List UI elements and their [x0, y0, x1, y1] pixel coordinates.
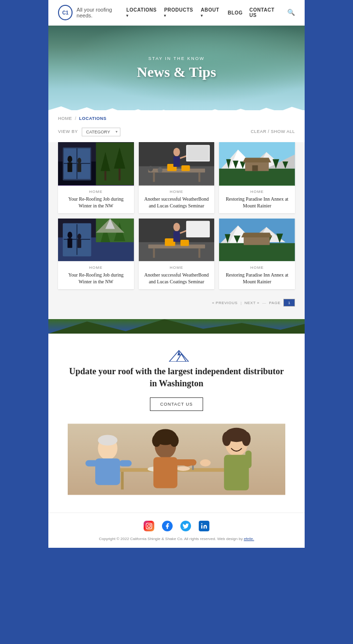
blog-card-3-body: HOME Restoring Paradise Inn Annex at Mou… [219, 186, 295, 213]
svg-point-57 [77, 234, 81, 239]
nav-locations[interactable]: LOCATIONS [126, 7, 157, 18]
svg-point-109 [242, 432, 250, 446]
hero-subtitle: STAY IN THE KNOW [148, 56, 205, 61]
svg-rect-67 [173, 231, 180, 242]
blog-card-6-body: HOME Restoring Paradise Inn Annex at Mou… [219, 262, 295, 289]
svg-marker-43 [243, 158, 271, 162]
svg-rect-26 [187, 146, 209, 161]
blog-card-6-category: HOME [223, 265, 291, 270]
blog-card-5-title: Another successful WeatherBond and Lucas… [143, 272, 211, 285]
pagination-page-sep: — [262, 301, 266, 305]
blog-card-6-image [219, 218, 295, 262]
logo-tagline: All your roofing needs. [76, 7, 126, 18]
twitter-icon[interactable] [180, 521, 191, 531]
cta-mountain-icon [167, 348, 186, 360]
nav-products[interactable]: PRODUCTS [164, 7, 194, 18]
svg-point-92 [176, 467, 190, 471]
svg-point-55 [68, 232, 73, 238]
breadcrumb-separator: / [75, 116, 76, 121]
blog-card-6[interactable]: HOME Restoring Paradise Inn Annex at Mou… [219, 218, 295, 289]
blog-card-4-body: HOME Your Re-Roofing Job during Winter i… [58, 262, 134, 289]
svg-rect-10 [96, 143, 133, 185]
main-nav: LOCATIONS PRODUCTS ABOUT BLOG CONTACT US… [126, 7, 295, 18]
site-footer: Copyright © 2022 California Shingle & Sh… [48, 512, 305, 548]
next-page-link[interactable]: NEXT » [244, 301, 259, 305]
nav-about[interactable]: ABOUT [201, 7, 221, 18]
site-header: C1 All your roofing needs. LOCATIONS PRO… [48, 0, 305, 26]
filter-select-wrapper[interactable]: CATEGORY HOME TIPS [82, 127, 120, 136]
svg-point-8 [77, 158, 81, 163]
nav-contact[interactable]: CONTACT US [250, 7, 280, 18]
clear-filter-button[interactable]: CLEAR / SHOW ALL [250, 129, 295, 134]
search-icon[interactable]: 🔍 [287, 9, 295, 16]
svg-rect-104 [153, 457, 177, 488]
svg-point-113 [200, 459, 211, 467]
svg-point-103 [170, 435, 178, 447]
prev-page-link[interactable]: « PREVIOUS [212, 301, 237, 305]
svg-rect-56 [68, 238, 73, 248]
pagination: « PREVIOUS | NEXT » — PAGE [58, 294, 295, 309]
blog-card-4[interactable]: HOME Your Re-Roofing Job during Winter i… [58, 218, 134, 289]
svg-rect-99 [119, 460, 132, 467]
filter-area: VIEW BY CATEGORY HOME TIPS CLEAR / SHOW … [48, 124, 305, 142]
svg-rect-75 [219, 243, 295, 261]
svg-rect-44 [252, 165, 258, 171]
footer-designer-link[interactable]: efelle. [244, 537, 254, 541]
blog-card-1-image [58, 142, 134, 186]
svg-rect-62 [153, 249, 155, 258]
transition-area [48, 319, 305, 334]
blog-grid-row2: HOME Your Re-Roofing Job during Winter i… [58, 218, 295, 289]
blog-card-2[interactable]: HOME Another successful WeatherBond and … [139, 142, 215, 213]
blog-card-2-title: Another successful WeatherBond and Lucas… [143, 196, 211, 209]
hero-title: News & Tips [137, 64, 216, 80]
breadcrumb-current[interactable]: LOCATIONS [79, 116, 107, 121]
facebook-icon[interactable] [162, 521, 173, 531]
page-number-input[interactable] [283, 299, 295, 307]
svg-rect-7 [68, 162, 73, 172]
page-label: PAGE [269, 301, 280, 305]
svg-rect-13 [104, 171, 106, 181]
blog-card-2-body: HOME Another successful WeatherBond and … [139, 186, 215, 213]
cta-people-image [68, 421, 285, 498]
svg-rect-98 [86, 460, 98, 467]
filter-label: VIEW BY [58, 129, 78, 134]
blog-card-2-image [139, 142, 215, 186]
svg-rect-97 [95, 459, 120, 485]
svg-point-66 [173, 223, 180, 232]
svg-rect-80 [244, 237, 270, 245]
blog-card-5[interactable]: HOME Another successful WeatherBond and … [139, 218, 215, 289]
svg-point-96 [98, 435, 117, 446]
linkedin-icon[interactable] [199, 521, 209, 531]
svg-point-28 [158, 167, 162, 173]
svg-point-27 [148, 166, 153, 172]
nav-blog[interactable]: BLOG [228, 10, 243, 15]
svg-point-116 [150, 524, 151, 525]
instagram-icon[interactable] [144, 521, 154, 531]
svg-point-115 [147, 525, 150, 527]
svg-rect-111 [245, 451, 251, 468]
svg-marker-82 [48, 319, 305, 334]
svg-rect-58 [77, 239, 81, 248]
blog-card-4-category: HOME [62, 265, 130, 270]
cta-contact-button[interactable]: CONTACT US [150, 397, 203, 411]
svg-rect-18 [153, 173, 155, 182]
svg-rect-35 [219, 169, 295, 185]
blog-card-1[interactable]: HOME Your Re-Roofing Job during Winter i… [58, 142, 134, 213]
svg-rect-19 [198, 173, 200, 182]
blog-card-5-category: HOME [143, 265, 211, 270]
svg-rect-65 [180, 240, 189, 246]
blog-card-2-category: HOME [143, 190, 211, 194]
svg-rect-9 [77, 163, 81, 172]
category-select[interactable]: CATEGORY HOME TIPS [82, 128, 120, 136]
blog-card-3[interactable]: HOME Restoring Paradise Inn Annex at Mou… [219, 142, 295, 213]
svg-marker-81 [241, 233, 272, 237]
svg-rect-110 [224, 455, 249, 490]
breadcrumb-home[interactable]: HOME [58, 116, 72, 121]
logo-icon[interactable]: C1 [58, 5, 73, 20]
filter-left: VIEW BY CATEGORY HOME TIPS [58, 127, 120, 136]
svg-point-118 [201, 524, 202, 525]
blog-card-1-title: Your Re-Roofing Job during Winter in the… [62, 196, 130, 209]
hero-section: STAY IN THE KNOW News & Tips [48, 26, 305, 110]
svg-rect-21 [181, 165, 190, 171]
logo-area: C1 All your roofing needs. [58, 5, 126, 20]
